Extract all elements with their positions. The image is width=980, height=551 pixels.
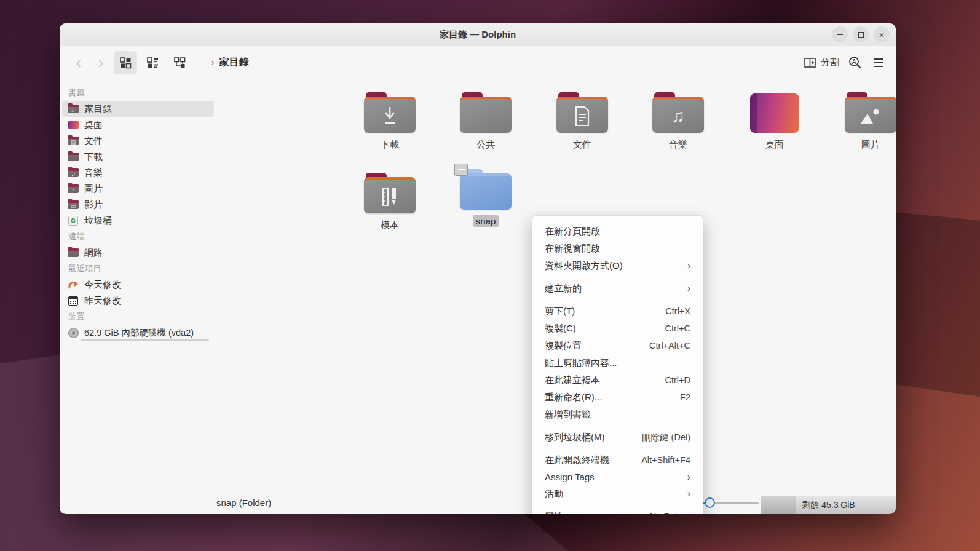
file-templates[interactable]: 模本 [355, 173, 424, 232]
sidebar-item-label: 圖片 [84, 183, 103, 195]
menu-item-open-terminal-here[interactable]: 在此開啟終端機Alt+Shift+F4 [532, 451, 703, 469]
split-view-button[interactable]: 分割 [804, 57, 839, 69]
menu-item-rename[interactable]: 重新命名(R)...F2 [532, 389, 703, 406]
maximize-icon [858, 32, 864, 38]
sidebar-item-label: 網路 [84, 247, 103, 259]
icons-view-button[interactable] [114, 51, 137, 74]
sidebar-item-trash[interactable]: ♻ 垃圾桶 [62, 213, 214, 229]
forward-button[interactable]: › [92, 54, 110, 72]
document-icon [573, 105, 591, 127]
file-label: 文件 [570, 138, 595, 151]
sidebar-item-label: 垃圾桶 [84, 215, 112, 227]
menu-separator [532, 446, 703, 451]
menu-separator [532, 502, 703, 508]
section-remote: 遠端 [60, 229, 216, 245]
sidebar-item-hard-disk[interactable]: 62.9 GiB 內部硬碟機 (vda2) [62, 325, 214, 341]
places-panel: 書籤 ⌂ 家目錄 桌面 ▤ 文件 下載 ♫ 音樂 ▫ [60, 79, 216, 492]
file-label-selected: snap [473, 215, 499, 227]
selection-info: snap (Folder) [216, 497, 271, 508]
menu-item-move-to-trash[interactable]: 移到垃圾桶(M)刪除鍵 (Del) [532, 429, 703, 446]
sidebar-item-modified-yesterday[interactable]: 昨天修改 [62, 293, 214, 309]
menu-item-copy[interactable]: 複製(C)Ctrl+C [532, 320, 703, 337]
pictures-folder-icon [845, 92, 896, 133]
image-icon [858, 107, 883, 125]
file-documents[interactable]: 文件 [548, 92, 617, 151]
breadcrumb-home[interactable]: 家目錄 [219, 56, 249, 69]
back-icon: ‹ [76, 54, 82, 72]
file-pictures[interactable]: 圖片 [836, 92, 896, 151]
dolphin-window: 家目錄 — Dolphin × ‹ › [60, 23, 896, 514]
close-icon: × [879, 30, 885, 39]
details-view-icon [173, 57, 186, 69]
menu-item-open-new-window[interactable]: 在新視窗開啟 [532, 240, 703, 257]
menu-button[interactable] [871, 56, 886, 69]
sidebar-item-label: 音樂 [84, 167, 103, 179]
music-note-icon: ♫ [671, 106, 686, 127]
home-folder-icon: ⌂ [68, 105, 79, 113]
sidebar-item-label: 62.9 GiB 內部硬碟機 (vda2) [84, 327, 194, 339]
submenu-chevron-icon: › [687, 488, 690, 499]
minimize-icon [837, 34, 843, 35]
deselect-badge[interactable] [454, 164, 468, 176]
sidebar-item-desktop[interactable]: 桌面 [62, 117, 214, 133]
menu-item-cut[interactable]: 剪下(T)Ctrl+X [532, 303, 703, 320]
public-folder-icon [460, 92, 512, 133]
menu-item-open-with[interactable]: 資料夾開啟方式(O)› [532, 257, 703, 274]
sidebar-item-videos[interactable]: ▭ 影片 [62, 197, 214, 213]
submenu-chevron-icon: › [687, 260, 690, 271]
menu-item-paste-clipboard[interactable]: 貼上剪貼簿內容... [532, 354, 703, 371]
menu-item-create-new[interactable]: 建立新的› [532, 280, 703, 297]
downloads-folder-icon [68, 153, 79, 161]
sidebar-item-music[interactable]: ♫ 音樂 [62, 165, 214, 181]
music-folder-icon: ♫ [652, 92, 704, 133]
minimize-button[interactable] [832, 26, 848, 42]
download-arrow-icon [379, 105, 401, 128]
sidebar-item-label: 今天修改 [84, 279, 121, 291]
close-button[interactable]: × [874, 26, 890, 42]
sidebar-item-downloads[interactable]: 下載 [62, 149, 214, 165]
details-view-button[interactable] [168, 51, 191, 74]
file-desktop[interactable]: 桌面 [740, 92, 809, 151]
split-view-label: 分割 [821, 57, 839, 68]
menu-item-open-new-tab[interactable]: 在新分頁開啟 [532, 223, 703, 240]
sidebar-item-modified-today[interactable]: 今天修改 [62, 277, 214, 293]
sidebar-item-network[interactable]: 網路 [62, 245, 214, 261]
file-label: 桌面 [762, 138, 787, 151]
menu-item-assign-tags[interactable]: Assign Tags› [532, 469, 703, 485]
svg-text:A: A [852, 58, 856, 65]
search-button[interactable]: A [848, 55, 863, 70]
menu-item-copy-location[interactable]: 複製位置Ctrl+Alt+C [532, 337, 703, 354]
search-icon: A [848, 55, 863, 70]
breadcrumb-chevron-icon: › [211, 57, 215, 69]
file-label: 模本 [377, 219, 402, 232]
downloads-folder-icon [364, 92, 416, 133]
menu-item-add-to-places[interactable]: 新增到書籤 [532, 406, 703, 423]
menu-item-duplicate-here[interactable]: 在此建立複本Ctrl+D [532, 371, 703, 389]
folder-view[interactable]: 下載 公共 文件 ♫ [216, 79, 896, 492]
trash-icon: ♻ [68, 216, 78, 226]
maximize-button[interactable] [853, 26, 869, 42]
back-button[interactable]: ‹ [69, 54, 88, 72]
sidebar-item-pictures[interactable]: ▫ 圖片 [62, 181, 214, 197]
menu-item-activities[interactable]: 活動› [532, 485, 703, 502]
free-space-bar[interactable]: 剩餘 45.3 GiB [761, 496, 896, 514]
file-music[interactable]: ♫ 音樂 [644, 92, 713, 151]
sidebar-item-label: 桌面 [84, 119, 103, 131]
section-devices: 裝置 [60, 309, 216, 325]
compact-view-button[interactable] [141, 51, 164, 74]
minus-icon [458, 169, 465, 171]
menu-separator [532, 274, 703, 280]
sidebar-item-home[interactable]: ⌂ 家目錄 [62, 101, 214, 117]
sidebar-item-label: 下載 [84, 151, 103, 163]
submenu-chevron-icon: › [687, 283, 690, 294]
titlebar[interactable]: 家目錄 — Dolphin × [60, 23, 896, 46]
menu-item-properties[interactable]: 屬性Alt+Return [532, 508, 703, 514]
sidebar-item-label: 家目錄 [84, 103, 112, 115]
forward-icon: › [98, 54, 104, 72]
file-public[interactable]: 公共 [451, 92, 520, 151]
ruler-pencil-icon [381, 186, 399, 208]
file-downloads[interactable]: 下載 [355, 92, 424, 151]
zoom-slider-handle[interactable] [705, 497, 715, 508]
file-snap[interactable]: snap [451, 169, 520, 227]
sidebar-item-documents[interactable]: ▤ 文件 [62, 133, 214, 149]
